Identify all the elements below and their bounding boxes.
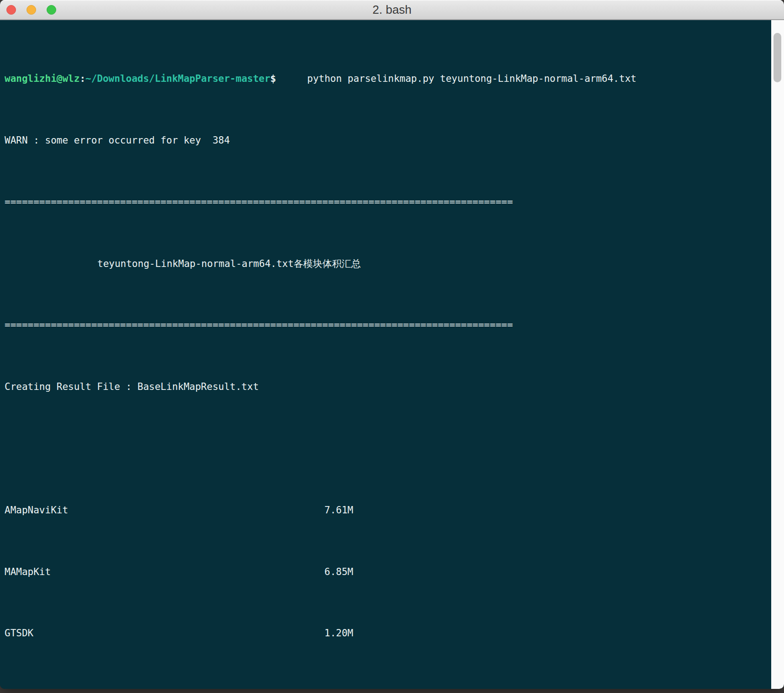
module-name: AMapNaviKit [5,503,324,518]
module-name: MAMapKit [5,565,324,580]
terminal-window: 2. bash wanglizhi@wlz:~/Downloads/LinkMa… [0,0,784,689]
module-name: GTSDK [5,626,324,641]
module-row: GTSDK 1.20M [5,626,771,641]
scrollbar-track[interactable] [771,20,784,689]
module-size: 0.56M [324,688,771,689]
command-text: python parselinkmap.py teyuntong-LinkMap… [307,73,636,84]
prompt-line: wanglizhi@wlz:~/Downloads/LinkMapParser-… [5,71,771,87]
module-row: MAMapKit 6.85M [5,565,771,580]
module-list: AMapNaviKit 7.61M MAMapKit 6.85M GTSDK 1… [5,441,771,689]
module-size: 7.61M [324,503,771,518]
prompt-user-host: wanglizhi@wlz [5,73,79,84]
module-size: 6.85M [324,565,771,580]
prompt-colon: : [79,73,85,84]
window-title: 2. bash [0,3,784,17]
module-size: 1.20M [324,626,771,641]
prompt-path: ~/Downloads/LinkMapParser-master [85,73,270,84]
separator-line-bottom: ========================================… [5,318,771,333]
separator-line-top: ========================================… [5,195,771,210]
warn-line: WARN : some error occurred for key 384 [5,133,771,149]
terminal-output[interactable]: wanglizhi@wlz:~/Downloads/LinkMapParser-… [0,20,771,689]
summary-title: teyuntong-LinkMap-normal-arm64.txt各模块体积汇… [97,256,771,272]
scrollbar-thumb[interactable] [773,33,781,82]
title-bar[interactable]: 2. bash [0,0,784,20]
prompt-dollar: $ [270,73,276,84]
module-name: jcore-ios-1.2.1.a [5,688,324,689]
module-row: AMapNaviKit 7.61M [5,503,771,518]
creating-result-line: Creating Result File : BaseLinkMapResult… [5,379,771,395]
module-row: jcore-ios-1.2.1.a 0.56M [5,688,771,689]
